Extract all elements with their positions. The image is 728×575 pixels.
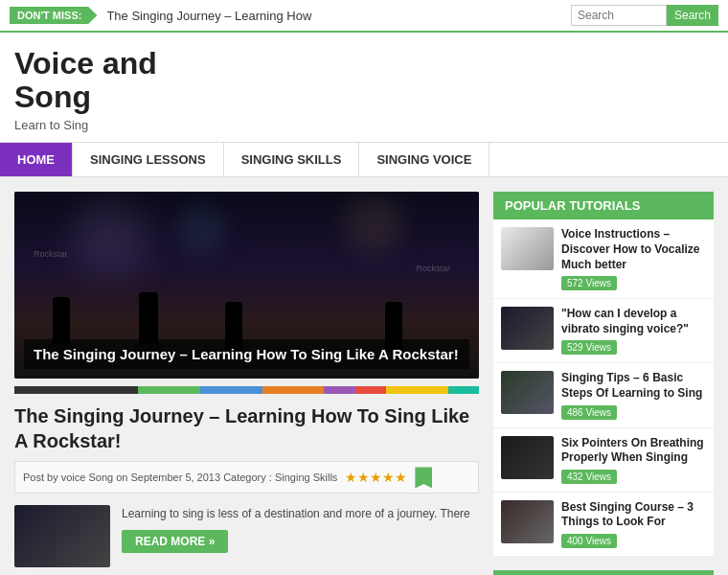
tutorial-thumb-3 [501, 371, 554, 414]
rating-stars: ★★★★★ [345, 470, 407, 485]
tutorial-thumb-1 [501, 227, 554, 270]
hero-overlay: The Singing Journey – Learning How To Si… [14, 192, 479, 379]
article-body: Learning to sing is less of a destinatio… [14, 505, 479, 567]
views-badge-3: 486 Views [561, 405, 617, 420]
article-thumbnail [14, 505, 110, 567]
bookmark-icon [415, 467, 432, 488]
color-bar [14, 386, 479, 394]
tutorial-thumb-4 [501, 436, 554, 479]
article-excerpt-wrap: Learning to sing is less of a destinatio… [122, 505, 470, 567]
views-badge-1: 572 Views [561, 276, 617, 290]
site-subtitle: Learn to Sing [14, 118, 714, 132]
nav-item-home[interactable]: HOME [0, 143, 73, 176]
sidebar: POPULAR TUTORIALS Voice Instructions – D… [493, 192, 714, 575]
site-title: Voice and Song [14, 47, 714, 114]
meta-text: Post by voice Song on September 5, 2013 … [23, 472, 337, 483]
tutorial-title-5: Best Singing Course – 3 Things to Look F… [561, 500, 706, 530]
tutorial-title-1: Voice Instructions – Discover How to Voc… [561, 227, 706, 272]
tutorial-thumb-5 [501, 500, 554, 543]
nav-item-lessons[interactable]: SINGING LESSONS [73, 143, 224, 176]
article-meta: Post by voice Song on September 5, 2013 … [14, 461, 479, 494]
top-bar-headline: The Singing Journey – Learning How [106, 9, 561, 23]
tutorial-info-3: Singing Tips – 6 Basic Steps Of Learning… [561, 371, 706, 419]
popular-tutorials-heading: POPULAR TUTORIALS [493, 192, 714, 219]
top-bar: DON'T MISS: The Singing Journey – Learni… [0, 0, 728, 33]
tutorial-item[interactable]: Six Pointers On Breathing Properly When … [493, 428, 714, 493]
tutorial-info-1: Voice Instructions – Discover How to Voc… [561, 227, 706, 290]
read-more-button[interactable]: READ MORE [122, 530, 228, 553]
popular-tutorials-section: POPULAR TUTORIALS Voice Instructions – D… [493, 192, 714, 557]
search-button[interactable]: Search [667, 5, 718, 26]
tutorial-thumb-2 [501, 307, 554, 350]
article-excerpt: Learning to sing is less of a destinatio… [122, 505, 470, 522]
nav-item-voice[interactable]: SINGING VOICE [359, 143, 489, 176]
tutorial-item[interactable]: Voice Instructions – Discover How to Voc… [493, 219, 714, 299]
search-wrap: Search [571, 5, 718, 26]
tutorial-info-2: "How can I develop a vibrato singing voi… [561, 307, 706, 355]
tutorial-title-3: Singing Tips – 6 Basic Steps Of Learning… [561, 371, 706, 401]
tutorial-title-4: Six Pointers On Breathing Properly When … [561, 436, 706, 466]
article-title: The Singing Journey – Learning How To Si… [14, 403, 479, 453]
tutorial-title-2: "How can I develop a vibrato singing voi… [561, 307, 706, 336]
views-badge-5: 400 Views [561, 534, 617, 548]
views-badge-4: 432 Views [561, 470, 617, 484]
hero-image: Rockstar Rockstar The Singing Journey – … [14, 192, 479, 379]
nav-item-skills[interactable]: SINGING SKILLS [224, 143, 360, 176]
main-content: Rockstar Rockstar The Singing Journey – … [14, 192, 479, 575]
subscribe-heading: SUBSCRIBE TO 'VOICE & SONG' [493, 570, 714, 575]
nav-bar: HOME SINGING LESSONS SINGING SKILLS SING… [0, 142, 728, 177]
tutorial-item[interactable]: "How can I develop a vibrato singing voi… [493, 299, 714, 363]
main-layout: Rockstar Rockstar The Singing Journey – … [0, 177, 728, 575]
tutorial-item[interactable]: Best Singing Course – 3 Things to Look F… [493, 493, 714, 557]
site-header: Voice and Song Learn to Sing [0, 33, 728, 142]
tutorial-info-4: Six Pointers On Breathing Properly When … [561, 436, 706, 484]
tutorial-item[interactable]: Singing Tips – 6 Basic Steps Of Learning… [493, 363, 714, 427]
hero-caption: The Singing Journey – Learning How To Si… [24, 339, 469, 370]
subscribe-section: SUBSCRIBE TO 'VOICE & SONG' You will be … [493, 570, 714, 575]
search-input[interactable] [571, 5, 667, 26]
dont-miss-label: DON'T MISS: [10, 7, 97, 24]
views-badge-2: 529 Views [561, 340, 617, 355]
tutorial-info-5: Best Singing Course – 3 Things to Look F… [561, 500, 706, 548]
